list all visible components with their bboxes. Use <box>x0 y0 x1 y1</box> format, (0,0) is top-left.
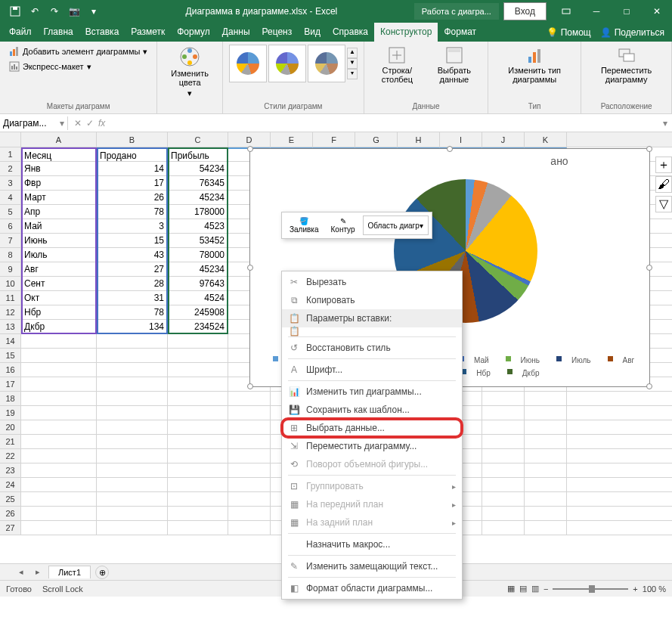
data-cell[interactable]: Дкбр <box>21 320 97 333</box>
menu-select-data[interactable]: ⊞Выбрать данные... <box>282 419 462 437</box>
save-icon[interactable] <box>6 2 24 20</box>
sheet-tab-1[interactable]: Лист1 <box>48 566 91 578</box>
menu-format-chart-area[interactable]: ◧Формат области диаграммы... <box>282 579 462 597</box>
zoom-slider[interactable] <box>553 588 628 590</box>
tab-view[interactable]: Вид <box>298 23 327 42</box>
data-cell[interactable]: 234524 <box>168 320 228 333</box>
add-chart-element-button[interactable]: Добавить элемент диаграммы ▾ <box>6 45 150 58</box>
header-cell[interactable]: Прибыль <box>168 147 228 161</box>
data-cell[interactable]: 26 <box>97 191 168 204</box>
data-cell[interactable]: 17 <box>97 176 168 190</box>
qat-dropdown-icon[interactable]: ▾ <box>85 2 103 20</box>
outline-button[interactable]: ✎ Контур <box>327 215 360 235</box>
tab-format[interactable]: Формат <box>438 23 482 42</box>
data-cell[interactable]: 76345 <box>168 176 228 190</box>
data-cell[interactable]: Апр <box>21 205 97 219</box>
quick-layout-button[interactable]: Экспресс-макет ▾ <box>6 60 94 73</box>
cancel-icon[interactable]: ✕ <box>74 118 82 129</box>
fx-icon[interactable]: fx <box>98 118 105 129</box>
data-cell[interactable]: 15 <box>97 234 168 247</box>
view-page-layout-icon[interactable]: ▤ <box>519 584 527 594</box>
data-cell[interactable]: 45234 <box>168 262 228 276</box>
expand-formula-bar-icon[interactable]: ▾ <box>658 118 672 129</box>
ribbon-options-icon[interactable] <box>551 0 581 23</box>
name-box[interactable]: Диаграм...▾ <box>0 116 68 130</box>
chart-styles-icon[interactable]: 🖌 <box>655 176 672 193</box>
data-cell[interactable]: 31 <box>97 291 168 305</box>
data-cell[interactable]: 53452 <box>168 234 228 247</box>
menu-reset-style[interactable]: ↺Восстановить стиль <box>282 339 462 357</box>
chart-area-dropdown[interactable]: Область диагр ▾ <box>363 215 429 235</box>
data-cell[interactable]: Авг <box>21 262 97 276</box>
formula-input[interactable] <box>111 118 658 129</box>
tab-insert[interactable]: Вставка <box>79 23 125 42</box>
share-button[interactable]: 👤 Поделиться <box>600 27 664 38</box>
tab-help[interactable]: Справка <box>327 23 374 42</box>
close-icon[interactable]: ✕ <box>642 0 672 23</box>
menu-cut[interactable]: ✂Вырезать <box>282 273 462 291</box>
data-cell[interactable]: 43 <box>97 248 168 262</box>
chart-title[interactable]: ано <box>550 155 568 167</box>
data-cell[interactable]: Янв <box>21 162 97 175</box>
camera-icon[interactable]: 📷 <box>65 2 83 20</box>
data-cell[interactable]: 78 <box>97 305 168 319</box>
maximize-icon[interactable]: □ <box>612 0 642 23</box>
menu-alt-text[interactable]: ✎Изменить замещающий текст... <box>282 557 462 575</box>
tab-formulas[interactable]: Формул <box>171 23 216 42</box>
tab-review[interactable]: Реценз <box>256 23 299 42</box>
select-data-button[interactable]: Выбрать данные <box>427 45 482 85</box>
data-cell[interactable]: Март <box>21 191 97 204</box>
data-cell[interactable]: 45234 <box>168 191 228 204</box>
change-chart-type-button[interactable]: Изменить тип диаграммы <box>494 45 574 85</box>
confirm-icon[interactable]: ✓ <box>86 118 94 129</box>
undo-icon[interactable]: ↶ <box>26 2 44 20</box>
data-cell[interactable]: 4523 <box>168 219 228 233</box>
menu-change-chart-type[interactable]: 📊Изменить тип диаграммы... <box>282 383 462 401</box>
redo-icon[interactable]: ↷ <box>45 2 63 20</box>
zoom-level[interactable]: 100 % <box>643 584 666 594</box>
data-cell[interactable]: Июль <box>21 248 97 262</box>
data-cell[interactable]: Сент <box>21 277 97 290</box>
menu-assign-macro[interactable]: Назначить макрос... <box>282 535 462 553</box>
menu-copy[interactable]: ⧉Копировать <box>282 291 462 309</box>
menu-move-chart[interactable]: ⇲Переместить диаграмму... <box>282 437 462 455</box>
view-page-break-icon[interactable]: ▥ <box>531 584 539 594</box>
menu-paste-icon-option[interactable]: 📋 <box>282 327 462 335</box>
chart-filters-icon[interactable]: ▽ <box>655 196 672 212</box>
menu-font[interactable]: AШрифт... <box>282 361 462 379</box>
data-cell[interactable]: Нбр <box>21 305 97 319</box>
data-cell[interactable]: 4524 <box>168 291 228 305</box>
zoom-in-icon[interactable]: + <box>633 584 637 594</box>
data-cell[interactable]: 78000 <box>168 248 228 262</box>
tab-layout[interactable]: Разметк <box>125 23 171 42</box>
data-cell[interactable]: 245908 <box>168 305 228 319</box>
fill-button[interactable]: 🪣 Заливка <box>285 215 324 235</box>
data-cell[interactable]: 28 <box>97 277 168 290</box>
data-cell[interactable]: 134 <box>97 320 168 333</box>
data-cell[interactable]: 97643 <box>168 277 228 290</box>
data-cell[interactable]: 78 <box>97 205 168 219</box>
data-cell[interactable]: Окт <box>21 291 97 305</box>
sheet-nav-prev-icon[interactable]: ◂ <box>15 567 27 577</box>
data-cell[interactable]: 27 <box>97 262 168 276</box>
tab-data[interactable]: Данны <box>216 23 256 42</box>
move-chart-button[interactable]: Переместить диаграмму <box>587 45 665 85</box>
tab-design[interactable]: Конструктор <box>374 23 438 42</box>
data-cell[interactable]: 54234 <box>168 162 228 175</box>
data-cell[interactable]: 178000 <box>168 205 228 219</box>
data-cell[interactable]: Июнь <box>21 234 97 247</box>
minimize-icon[interactable]: ─ <box>581 0 612 23</box>
chart-elements-icon[interactable]: ＋ <box>655 157 672 173</box>
select-all-corner[interactable] <box>0 132 21 147</box>
menu-save-as-template[interactable]: 💾Сохранить как шаблон... <box>282 401 462 419</box>
tell-me-icon[interactable]: 💡 Помощ <box>547 27 591 38</box>
tab-file[interactable]: Файл <box>3 23 38 42</box>
header-cell[interactable]: Продано <box>97 147 168 161</box>
data-cell[interactable]: Май <box>21 219 97 233</box>
data-cell[interactable]: 14 <box>97 162 168 175</box>
switch-row-column-button[interactable]: Строка/ столбец <box>370 45 424 85</box>
data-cell[interactable]: 3 <box>97 219 168 233</box>
data-cell[interactable]: Фвр <box>21 176 97 190</box>
change-colors-button[interactable]: Изменить цвета ▾ <box>163 45 216 100</box>
chart-styles-gallery[interactable]: ▲ ▼ ▾ <box>229 45 358 82</box>
